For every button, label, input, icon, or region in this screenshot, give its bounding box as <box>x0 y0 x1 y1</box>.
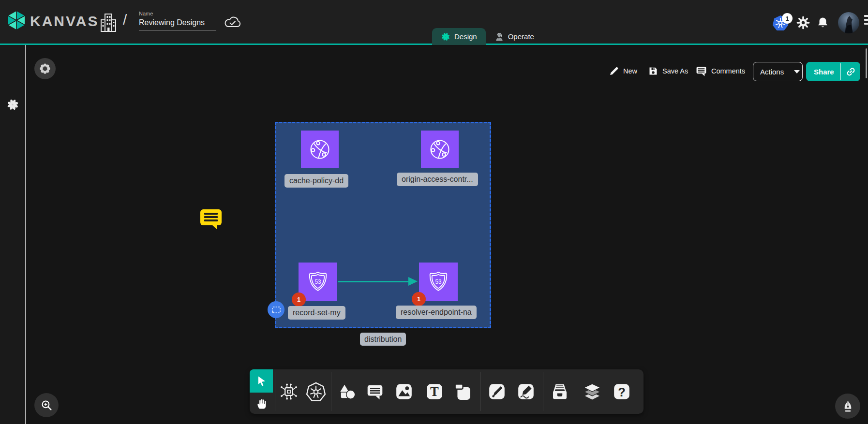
save-as-label: Save As <box>662 67 688 75</box>
settings-gear-icon[interactable] <box>796 16 810 29</box>
fountain-pen-nib-icon <box>841 400 854 413</box>
circuit-chip-icon <box>279 382 299 401</box>
tool-select[interactable] <box>250 369 273 393</box>
comment-tool-icon <box>366 382 384 401</box>
node-label-resolver-endpoint[interactable]: resolver-endpoint-na <box>396 306 477 319</box>
tool-pan[interactable] <box>250 393 273 414</box>
kubernetes-count-badge[interactable]: 1 <box>782 13 793 24</box>
design-name-field: Name <box>139 11 216 30</box>
new-button[interactable]: New <box>609 64 637 78</box>
breadcrumb-separator: / <box>123 12 127 28</box>
svg-text:53: 53 <box>314 278 321 285</box>
tool-image[interactable] <box>393 381 415 402</box>
shapes-icon <box>337 382 357 401</box>
toolbar-divider <box>480 372 481 411</box>
actions-dropdown-button[interactable]: Actions <box>753 62 803 81</box>
pencil-draw-icon <box>517 382 535 401</box>
annotate-pen-button[interactable] <box>835 394 860 419</box>
magnifier-plus-icon <box>40 399 53 412</box>
node-label-record-set[interactable]: record-set-my <box>288 306 345 320</box>
notifications-bell-icon[interactable] <box>816 16 829 29</box>
tool-help[interactable]: ? <box>611 381 632 402</box>
share-button[interactable]: Share <box>806 62 860 81</box>
tool-archive[interactable] <box>549 381 570 402</box>
help-question-icon: ? <box>613 382 631 401</box>
design-spiral-icon <box>441 32 450 42</box>
edge-record-to-resolver[interactable] <box>338 281 409 282</box>
menu-hamburger-icon[interactable] <box>864 15 868 27</box>
node-label-origin-access[interactable]: origin-access-contr... <box>397 173 478 186</box>
tool-card[interactable] <box>452 381 473 402</box>
image-tool-icon <box>395 382 413 401</box>
tab-design[interactable]: Design <box>432 28 486 45</box>
text-tool-icon: T <box>425 382 444 401</box>
selection-handle-button[interactable] <box>268 301 284 318</box>
meshery-spiral-icon[interactable] <box>6 98 19 111</box>
node-error-badge[interactable]: 1 <box>412 292 426 306</box>
design-name-input[interactable] <box>139 17 216 30</box>
toolbar-divider <box>331 372 331 411</box>
chevron-down-icon[interactable] <box>794 70 800 73</box>
svg-text:T: T <box>430 385 439 398</box>
node-cache-policy[interactable] <box>301 131 339 168</box>
svg-text:53: 53 <box>435 278 442 285</box>
share-label: Share <box>806 68 840 76</box>
hand-pan-icon <box>255 397 268 409</box>
route53-shield-icon: 53 <box>426 269 451 294</box>
tool-pen[interactable] <box>486 381 508 402</box>
tool-layers[interactable] <box>582 381 603 402</box>
flower-widget-icon <box>39 62 51 75</box>
copy-link-icon[interactable] <box>841 66 860 77</box>
archive-drawer-icon <box>550 381 570 402</box>
pen-path-icon <box>488 382 506 401</box>
cloudfront-globe-icon <box>307 136 333 162</box>
edge-arrowhead <box>408 277 418 286</box>
toolbar-divider <box>543 372 543 411</box>
mode-tabs: Design Operate <box>432 28 543 45</box>
node-label-cache-policy[interactable]: cache-policy-dd <box>284 174 348 188</box>
tool-infrastructure[interactable] <box>278 381 299 402</box>
new-label: New <box>623 67 637 75</box>
tool-text[interactable]: T <box>424 381 445 402</box>
kubernetes-helm-icon <box>306 381 326 402</box>
floppy-save-icon <box>648 66 658 76</box>
tab-operate[interactable]: Operate <box>486 28 543 45</box>
group-label-distribution[interactable]: distribution <box>360 333 406 346</box>
organization-building-icon[interactable] <box>100 13 117 33</box>
tool-shapes[interactable] <box>336 381 358 402</box>
operator-headset-icon <box>494 32 504 42</box>
route53-shield-icon: 53 <box>305 269 330 294</box>
dashed-rectangle-icon <box>271 306 281 314</box>
kanvas-wordmark: KANVAS <box>30 13 99 29</box>
cloudfront-globe-icon <box>427 136 453 162</box>
tool-kubernetes[interactable] <box>305 381 327 402</box>
layers-stack-icon <box>583 382 602 401</box>
comments-bubble-icon <box>696 66 707 76</box>
node-origin-access-control[interactable] <box>421 131 459 168</box>
tab-operate-label: Operate <box>508 32 534 41</box>
tool-pencil[interactable] <box>515 381 537 402</box>
user-avatar[interactable] <box>838 12 859 33</box>
card-note-icon <box>453 382 472 401</box>
kanvas-logo-icon[interactable] <box>6 10 27 30</box>
toolbar-divider <box>275 372 275 411</box>
left-sidebar <box>0 45 26 424</box>
zoom-in-button[interactable] <box>34 393 59 417</box>
name-field-label: Name <box>139 11 216 16</box>
node-error-badge[interactable]: 1 <box>292 292 306 307</box>
cloud-saved-icon <box>224 15 242 29</box>
svg-text:?: ? <box>618 385 625 399</box>
pencil-new-icon <box>609 66 619 76</box>
save-as-button[interactable]: Save As <box>648 64 688 78</box>
canvas-widgets-button[interactable] <box>34 58 56 79</box>
canvas-comment-pin-icon[interactable] <box>200 209 222 230</box>
app-header: KANVAS / Name <box>0 0 868 45</box>
tab-design-label: Design <box>454 32 477 41</box>
cursor-arrow-icon <box>255 375 267 387</box>
comments-button[interactable]: Comments <box>696 64 745 78</box>
actions-label: Actions <box>753 68 790 76</box>
tool-comment[interactable] <box>364 381 386 402</box>
canvas-scrollbar-thumb[interactable] <box>866 48 867 78</box>
comments-label: Comments <box>711 67 745 75</box>
